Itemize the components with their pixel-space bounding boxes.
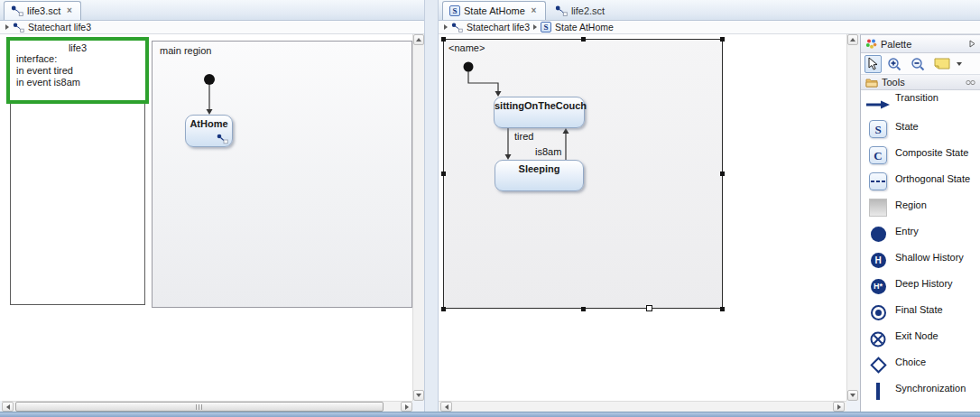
scrollbar-thumb[interactable]	[15, 402, 384, 412]
palette-tool-orthogonal-state[interactable]: Orthogonal State	[861, 170, 980, 195]
breadcrumb-item-statechart[interactable]: Statechart life3	[467, 22, 530, 32]
collapse-palette-icon[interactable]	[969, 40, 975, 48]
scroll-up-button[interactable]	[847, 34, 858, 45]
selection-handle[interactable]	[581, 37, 586, 42]
palette-tool-shallow-history[interactable]: H Shallow History	[861, 248, 980, 273]
palette-tool-label: State	[895, 121, 919, 132]
tab-label: life3.sct	[27, 5, 60, 16]
state-sleeping[interactable]: Sleeping	[495, 160, 584, 191]
choice-icon	[866, 357, 890, 371]
tab-label: life2.sct	[571, 5, 605, 16]
state-athome[interactable]: AtHome	[185, 115, 233, 147]
note-dropdown-icon[interactable]	[957, 62, 962, 66]
palette-tool-label: Exit Node	[895, 330, 938, 341]
submachine-icon	[216, 133, 229, 144]
palette-tool-state[interactable]: S State	[861, 117, 980, 143]
spec-title: life3	[10, 42, 145, 53]
scroll-down-button[interactable]	[413, 390, 424, 401]
spec-line: in event tired	[10, 65, 145, 77]
selection-handle[interactable]	[441, 171, 446, 176]
left-editor-tabbar: life3.sct	[0, 0, 426, 21]
selection-handle[interactable]	[720, 37, 725, 42]
expander-icon[interactable]	[533, 24, 537, 30]
selection-handle[interactable]	[646, 305, 652, 311]
note-tool-button[interactable]	[931, 55, 953, 73]
state-icon: S	[449, 5, 460, 16]
tools-drawer-header[interactable]: Tools	[861, 75, 980, 90]
shallow-history-icon: H	[866, 253, 890, 268]
selection-handle[interactable]	[581, 307, 586, 311]
palette-icon	[865, 38, 877, 50]
deep-history-icon: H*	[866, 279, 890, 294]
palette-tool-synchronization[interactable]: Synchronization	[861, 379, 980, 404]
transition-icon	[866, 100, 890, 109]
select-tool-button[interactable]	[864, 55, 882, 73]
scroll-right-button[interactable]	[833, 402, 845, 412]
composite-state-icon: C	[866, 146, 890, 164]
region-icon	[866, 199, 890, 217]
expander-icon[interactable]	[5, 24, 9, 30]
selection-handle[interactable]	[720, 171, 725, 176]
state-icon: S	[541, 22, 551, 32]
tab-life2-sct[interactable]: life2.sct	[548, 1, 612, 20]
right-horizontal-scrollbar[interactable]	[439, 401, 846, 412]
orthogonal-state-icon	[866, 172, 890, 190]
tab-state-athome[interactable]: S State AtHome	[442, 1, 546, 20]
palette-header[interactable]: Palette	[861, 35, 980, 53]
final-state-icon	[866, 305, 890, 320]
selected-interface-block[interactable]: life3 interface: in event tired in event…	[6, 37, 149, 104]
breadcrumb-item-statechart[interactable]: Statechart life3	[28, 22, 91, 32]
palette-tool-label: Final State	[895, 304, 943, 315]
palette-toolbar	[861, 53, 980, 75]
palette-tool-composite-state[interactable]: C Composite State	[861, 144, 980, 169]
statechart-file-icon	[555, 5, 568, 16]
scroll-down-button[interactable]	[847, 390, 858, 401]
expander-icon[interactable]	[444, 24, 448, 30]
close-icon[interactable]	[529, 6, 539, 16]
spec-line: in event is8am	[10, 77, 145, 88]
scroll-right-button[interactable]	[401, 402, 412, 412]
state-icon: S	[866, 120, 890, 138]
selection-handle[interactable]	[441, 37, 446, 42]
scroll-up-button[interactable]	[413, 34, 424, 45]
selection-handle[interactable]	[441, 307, 446, 311]
palette-tool-label: Transition	[895, 92, 938, 103]
exit-node-icon	[866, 331, 890, 348]
transition-label-tired[interactable]: tired	[514, 131, 533, 142]
palette-title: Palette	[881, 39, 966, 50]
right-vertical-scrollbar[interactable]	[846, 34, 859, 401]
palette-tool-transition[interactable]: Transition	[861, 91, 980, 116]
spec-line: interface:	[10, 53, 145, 65]
close-icon[interactable]	[64, 6, 74, 16]
palette-tool-entry[interactable]: Entry	[861, 222, 980, 247]
right-transitions-layer	[439, 34, 846, 401]
left-diagram-canvas[interactable]: life3 interface: in event tired in event…	[0, 34, 412, 401]
left-transitions-layer	[152, 41, 412, 308]
transition-label-is8am[interactable]: is8am	[535, 146, 561, 157]
scroll-left-button[interactable]	[440, 402, 452, 412]
selection-handle[interactable]	[720, 307, 725, 311]
tab-life3-sct[interactable]: life3.sct	[4, 1, 81, 20]
palette-tool-final-state[interactable]: Final State	[861, 301, 980, 326]
breadcrumb-item-state[interactable]: State AtHome	[555, 22, 614, 32]
palette-tool-label: Deep History	[895, 278, 953, 289]
right-editor-tabbar: S State AtHome life2.sct	[439, 0, 980, 21]
palette-tool-exit-node[interactable]: Exit Node	[861, 327, 980, 352]
left-horizontal-scrollbar[interactable]	[2, 401, 412, 412]
palette-tool-deep-history[interactable]: H* Deep History	[861, 274, 980, 300]
palette-tool-region[interactable]: Region	[861, 196, 980, 221]
palette-tool-label: Synchronization	[895, 383, 966, 394]
right-diagram-canvas[interactable]: <name> sittingOnTheCouch Sleeping tired …	[439, 34, 846, 401]
scroll-left-button[interactable]	[2, 402, 14, 412]
zoom-in-button[interactable]	[884, 55, 905, 73]
zoom-out-button[interactable]	[908, 55, 929, 73]
statechart-ide-window: life3.sct Statechart life3 life3 interfa…	[0, 0, 980, 417]
state-label: Sleeping	[519, 163, 560, 174]
right-breadcrumb: Statechart life3 S State AtHome	[439, 21, 980, 34]
palette-tool-choice[interactable]: Choice	[861, 353, 980, 378]
tab-label: State AtHome	[464, 5, 525, 16]
editor-sash[interactable]	[424, 0, 439, 412]
left-vertical-scrollbar[interactable]	[412, 34, 424, 401]
pin-icon[interactable]	[966, 79, 975, 86]
state-sittingonthecouch[interactable]: sittingOnTheCouch	[494, 97, 585, 128]
